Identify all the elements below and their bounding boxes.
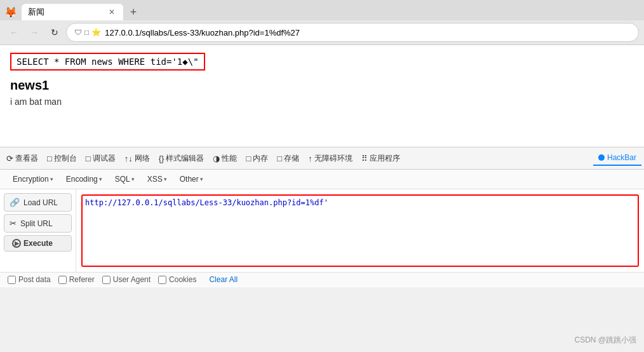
- url-input[interactable]: [83, 196, 638, 266]
- tab-close-button[interactable]: ✕: [107, 7, 117, 17]
- load-icon: 🔗: [10, 198, 20, 207]
- network-icon: ↑↓: [124, 154, 133, 163]
- application-icon: ⠿: [361, 154, 368, 163]
- devtools-accessibility[interactable]: ↑ 无障碍环境: [304, 151, 356, 166]
- devtools-memory[interactable]: □ 内存: [242, 151, 272, 166]
- menu-other[interactable]: Other ▾: [175, 172, 208, 186]
- post-data-label: Post data: [18, 275, 51, 284]
- cookies-checkbox[interactable]: Cookies: [158, 275, 196, 284]
- tab-bar: 🦊 新闻 ✕ +: [0, 0, 644, 20]
- performance-icon: ◑: [213, 154, 220, 163]
- inspector-icon: ⟳: [6, 154, 13, 163]
- cookies-label: Cookies: [169, 275, 196, 284]
- storage-label: 存储: [284, 153, 299, 164]
- devtools-bar: ⟳ 查看器 □ 控制台 □ 调试器 ↑↓ 网络 {} 样式编辑器 ◑ 性能 □ …: [0, 147, 644, 170]
- page-content: SELECT * FROM news WHERE tid='1◆\" news1…: [0, 45, 644, 147]
- load-url-button[interactable]: 🔗 Load URL: [4, 193, 72, 212]
- split-url-label: Split URL: [20, 219, 53, 228]
- encoding-label: Encoding: [66, 175, 98, 184]
- sql-query-box: SELECT * FROM news WHERE tid='1◆\": [10, 53, 205, 71]
- debugger-label: 调试器: [93, 153, 116, 164]
- sql-label: SQL: [115, 175, 130, 184]
- address-icons: 🛡 □ ⭐: [74, 28, 101, 37]
- execute-icon: ▶: [12, 239, 21, 248]
- hackbar-url-area: [76, 189, 644, 272]
- other-label: Other: [180, 175, 199, 184]
- devtools-inspector[interactable]: ⟳ 查看器: [3, 151, 42, 166]
- address-input[interactable]: [105, 28, 631, 37]
- network-label: 网络: [135, 153, 150, 164]
- forward-button[interactable]: →: [25, 24, 43, 41]
- hackbar-main: 🔗 Load URL ✂ Split URL ▶ Execute: [0, 189, 644, 272]
- performance-label: 性能: [222, 153, 237, 164]
- devtools-application[interactable]: ⠿ 应用程序: [358, 151, 404, 166]
- accessibility-icon: ↑: [308, 154, 312, 163]
- devtools-network[interactable]: ↑↓ 网络: [121, 151, 154, 166]
- accessibility-label: 无障碍环境: [314, 153, 352, 164]
- debugger-icon: □: [86, 154, 91, 163]
- devtools-debugger[interactable]: □ 调试器: [82, 151, 119, 166]
- tab-title: 新闻: [28, 6, 102, 18]
- page-icon: □: [84, 28, 89, 37]
- devtools-console[interactable]: □ 控制台: [43, 151, 81, 166]
- menu-xss[interactable]: XSS ▾: [142, 172, 172, 186]
- page-body: i am bat man: [10, 97, 634, 107]
- split-icon: ✂: [10, 219, 17, 228]
- load-url-label: Load URL: [23, 198, 58, 207]
- hackbar-label: HackBar: [607, 153, 636, 162]
- bookmark-icon: ⭐: [91, 28, 101, 37]
- console-label: 控制台: [54, 153, 77, 164]
- console-icon: □: [47, 154, 52, 163]
- devtools-storage[interactable]: □ 存储: [273, 151, 303, 166]
- devtools-performance[interactable]: ◑ 性能: [209, 151, 241, 166]
- hackbar-panel: Encryption ▾ Encoding ▾ SQL ▾ XSS ▾ Othe…: [0, 170, 644, 287]
- address-bar[interactable]: 🛡 □ ⭐: [66, 23, 639, 42]
- style-icon: {}: [159, 154, 164, 163]
- other-arrow: ▾: [200, 176, 203, 182]
- split-url-button[interactable]: ✂ Split URL: [4, 214, 72, 233]
- menu-encryption[interactable]: Encryption ▾: [8, 172, 58, 186]
- encryption-arrow: ▾: [50, 176, 53, 182]
- watermark: CSDN @跳跳小强: [574, 335, 636, 346]
- application-label: 应用程序: [370, 153, 400, 164]
- encryption-label: Encryption: [13, 175, 49, 184]
- sql-arrow: ▾: [131, 176, 135, 182]
- style-label: 样式编辑器: [166, 153, 204, 164]
- back-button[interactable]: ←: [5, 24, 23, 41]
- clear-all-button[interactable]: Clear All: [209, 275, 238, 284]
- hackbar-menu: Encryption ▾ Encoding ▾ SQL ▾ XSS ▾ Othe…: [0, 170, 644, 189]
- encoding-arrow: ▾: [99, 176, 102, 182]
- toolbar: ← → ↻ 🛡 □ ⭐: [0, 20, 644, 44]
- xss-label: XSS: [147, 175, 163, 184]
- url-input-wrapper: [81, 194, 639, 267]
- hackbar-bottom: Post data Referer User Agent Cookies Cle…: [0, 272, 644, 287]
- hackbar-sidebar: 🔗 Load URL ✂ Split URL ▶ Execute: [0, 189, 76, 272]
- storage-icon: □: [277, 154, 282, 163]
- menu-encoding[interactable]: Encoding ▾: [61, 172, 107, 186]
- memory-label: 内存: [253, 153, 268, 164]
- hackbar-dot-icon: [598, 154, 605, 161]
- hackbar-tab[interactable]: HackBar: [593, 151, 641, 166]
- memory-icon: □: [246, 154, 251, 163]
- post-data-checkbox[interactable]: Post data: [8, 275, 51, 284]
- firefox-icon: 🦊: [5, 6, 17, 18]
- page-title: news1: [10, 78, 634, 93]
- execute-button[interactable]: ▶ Execute: [4, 235, 72, 252]
- inspector-label: 查看器: [15, 153, 38, 164]
- devtools-style-editor[interactable]: {} 样式编辑器: [155, 151, 208, 166]
- referer-checkbox[interactable]: Referer: [58, 275, 95, 284]
- referer-label: Referer: [69, 275, 95, 284]
- menu-sql[interactable]: SQL ▾: [110, 172, 140, 186]
- xss-arrow: ▾: [164, 176, 167, 182]
- shield-icon: 🛡: [74, 28, 82, 37]
- execute-label: Execute: [23, 239, 53, 248]
- reload-button[interactable]: ↻: [46, 24, 64, 41]
- user-agent-label: User Agent: [113, 275, 151, 284]
- active-tab[interactable]: 新闻 ✕: [22, 4, 123, 20]
- user-agent-checkbox[interactable]: User Agent: [102, 275, 151, 284]
- new-tab-button[interactable]: +: [126, 4, 141, 20]
